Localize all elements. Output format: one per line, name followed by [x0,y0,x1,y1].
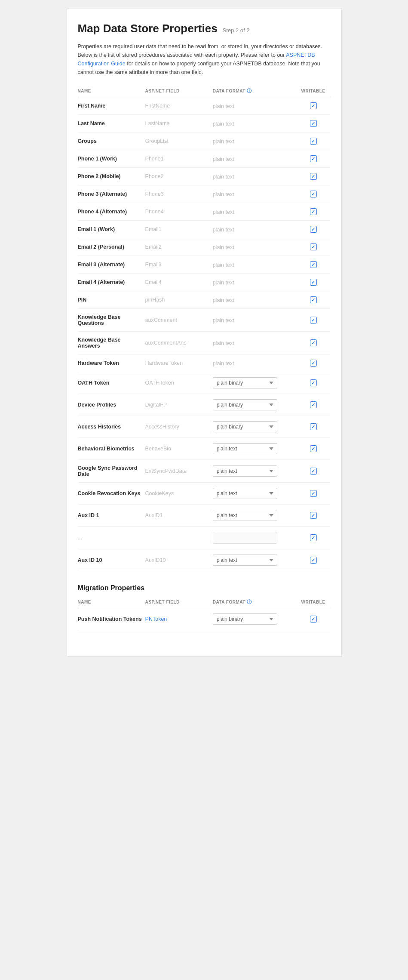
format-dropdown-aux-id10[interactable]: plain textplain binaryencrypted textencr… [213,555,277,566]
writable-checkbox[interactable] [310,191,317,197]
row-format-aux-id10[interactable]: plain textplain binaryencrypted textencr… [213,549,300,571]
row-writable-push-notification[interactable] [300,608,331,630]
row-format-access-histories[interactable]: plain textplain binaryencrypted textencr… [213,416,300,438]
writable-checkbox[interactable] [310,155,317,162]
row-name-kb-questions: Knowledge Base Questions [78,309,145,332]
format-dropdown-access-histories[interactable]: plain textplain binaryencrypted textencr… [213,421,277,432]
writable-checkbox[interactable] [310,226,317,233]
row-writable-phone2[interactable] [300,168,331,185]
row-writable-email3[interactable] [300,256,331,274]
row-writable-oath-token[interactable] [300,372,331,394]
writable-checkbox[interactable] [310,317,317,324]
row-writable-device-profiles[interactable] [300,394,331,416]
row-format-behavioral-biometrics[interactable]: plain textplain binaryencrypted textencr… [213,438,300,460]
row-writable-email4[interactable] [300,274,331,291]
writable-checkbox[interactable] [310,279,317,286]
row-name-phone4: Phone 4 (Alternate) [78,203,145,221]
row-aspnet-access-histories: AccessHistory [145,416,213,438]
row-aspnet-phone4: Phone4 [145,203,213,221]
format-info-icon: ⓘ [247,88,252,93]
writable-checkbox[interactable] [310,512,317,519]
row-writable-kb-questions[interactable] [300,309,331,332]
col-header-aspnet: ASP.NET FIELD [145,85,213,97]
format-static-text: plain text [213,244,234,250]
row-writable-first-name[interactable] [300,97,331,115]
format-dropdown-cookie-revocation[interactable]: plain textplain binaryencrypted textencr… [213,488,277,499]
row-name-oath-token: OATH Token [78,372,145,394]
format-dropdown-push-notification[interactable]: plain textplain binaryencrypted textencr… [213,613,277,625]
writable-checkbox[interactable] [310,261,317,268]
format-static-text: plain text [213,317,234,324]
format-dropdown-device-profiles[interactable]: plain textplain binaryencrypted textencr… [213,399,277,410]
row-format-email1: plain text [213,221,300,238]
row-format-pin: plain text [213,291,300,309]
row-writable-phone3[interactable] [300,185,331,203]
writable-checkbox[interactable] [310,102,317,109]
migration-col-header-name: NAME [78,596,145,608]
writable-checkbox[interactable] [310,379,317,386]
row-format-cookie-revocation[interactable]: plain textplain binaryencrypted textencr… [213,483,300,505]
page-container: Map Data Store Properties Step 2 of 2 Pr… [67,9,342,656]
writable-checkbox[interactable] [310,138,317,145]
writable-checkbox[interactable] [310,490,317,497]
writable-checkbox[interactable] [310,423,317,430]
format-dropdown-aux-id1[interactable]: plain textplain binaryencrypted textencr… [213,510,277,521]
row-format-phone1: plain text [213,150,300,168]
writable-checkbox[interactable] [310,173,317,180]
row-writable-pin[interactable] [300,291,331,309]
format-dropdown-oath-token[interactable]: plain textplain binaryencrypted textencr… [213,377,277,388]
row-writable-kb-answers[interactable] [300,332,331,354]
row-writable-access-histories[interactable] [300,416,331,438]
row-aspnet-hardware-token: HardwareToken [145,354,213,372]
writable-checkbox[interactable] [310,616,317,623]
row-format-aux-id-truncated [213,527,300,549]
row-writable-phone1[interactable] [300,150,331,168]
row-name-behavioral-biometrics: Behavioral Biometrics [78,438,145,460]
writable-checkbox[interactable] [310,360,317,367]
row-writable-aux-id10[interactable] [300,549,331,571]
row-writable-groups[interactable] [300,133,331,150]
writable-checkbox[interactable] [310,468,317,475]
format-static-text: plain text [213,174,234,180]
writable-checkbox[interactable] [310,243,317,250]
row-format-email2: plain text [213,238,300,256]
format-dropdown-behavioral-biometrics[interactable]: plain textplain binaryencrypted textencr… [213,443,277,454]
row-writable-phone4[interactable] [300,203,331,221]
format-dropdown-google-sync[interactable]: plain textplain binaryencrypted textencr… [213,465,277,477]
row-name-last-name: Last Name [78,115,145,133]
format-static-text: plain text [213,262,234,268]
row-format-device-profiles[interactable]: plain textplain binaryencrypted textencr… [213,394,300,416]
table-row: Aux ID 1AuxID1plain textplain binaryencr… [78,505,331,527]
row-writable-aux-id1[interactable] [300,505,331,527]
writable-checkbox[interactable] [310,557,317,564]
writable-checkbox[interactable] [310,445,317,452]
row-writable-last-name[interactable] [300,115,331,133]
row-format-google-sync[interactable]: plain textplain binaryencrypted textencr… [213,460,300,483]
row-name-phone1: Phone 1 (Work) [78,150,145,168]
format-static-text: plain text [213,139,234,145]
row-aspnet-aux-id10: AuxID10 [145,549,213,571]
writable-checkbox[interactable] [310,120,317,127]
row-format-aux-id1[interactable]: plain textplain binaryencrypted textencr… [213,505,300,527]
row-aspnet-behavioral-biometrics: BehaveBio [145,438,213,460]
row-format-kb-answers: plain text [213,332,300,354]
row-name-aux-id10: Aux ID 10 [78,549,145,571]
writable-checkbox[interactable] [310,339,317,346]
row-writable-hardware-token[interactable] [300,354,331,372]
writable-checkbox[interactable] [310,534,317,541]
row-name-groups: Groups [78,133,145,150]
row-writable-email2[interactable] [300,238,331,256]
row-writable-email1[interactable] [300,221,331,238]
row-writable-aux-id-truncated[interactable] [300,527,331,549]
writable-checkbox[interactable] [310,208,317,215]
row-writable-behavioral-biometrics[interactable] [300,438,331,460]
row-format-push-notification[interactable]: plain textplain binaryencrypted textencr… [213,608,300,630]
writable-checkbox[interactable] [310,401,317,408]
row-writable-google-sync[interactable] [300,460,331,483]
row-format-oath-token[interactable]: plain textplain binaryencrypted textencr… [213,372,300,394]
step-label: Step 2 of 2 [223,27,250,34]
row-aspnet-kb-answers: auxCommentAns [145,332,213,354]
writable-checkbox[interactable] [310,296,317,303]
table-row: Access HistoriesAccessHistoryplain textp… [78,416,331,438]
row-writable-cookie-revocation[interactable] [300,483,331,505]
